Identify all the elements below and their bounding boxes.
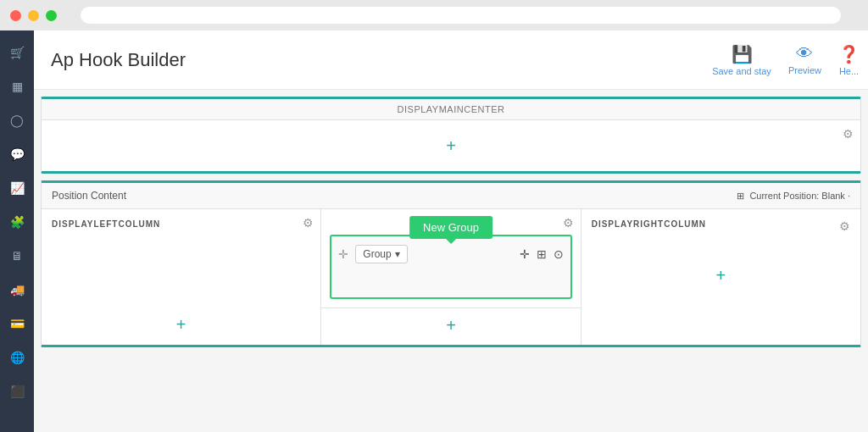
sidebar-icon-cart[interactable]: 🛒 (3, 39, 31, 66)
minimize-button[interactable] (28, 10, 39, 21)
position-columns: DISPLAYLEFTCOLUMN ⚙ + New Group ⚙ (42, 209, 860, 345)
sidebar-icon-stats[interactable]: 📈 (3, 174, 31, 202)
top-section-add-button[interactable]: + (446, 137, 456, 154)
current-position-label: Current Position: Blank · (749, 191, 850, 201)
help-icon: ❓ (838, 44, 860, 64)
sidebar-icon-display[interactable]: 🖥 (3, 242, 31, 269)
left-column-title: DISPLAYLEFTCOLUMN (52, 219, 160, 229)
app-layout: 🛒 ▦ ◯ 💬 📈 🧩 🖥 🚚 💳 🌐 ⬛ Ap Hook Builder 💾 … (0, 30, 868, 432)
sidebar-icon-globe[interactable]: 🌐 (3, 344, 31, 371)
left-column-add-button[interactable]: + (176, 315, 186, 335)
sidebar-icon-card[interactable]: 💳 (3, 310, 31, 337)
url-bar[interactable] (81, 7, 841, 24)
preview-label: Preview (788, 65, 821, 75)
sidebar-icon-box[interactable]: ⬛ (3, 378, 31, 405)
drag-handle-icon[interactable]: ✛ (338, 247, 348, 261)
section-settings-icon[interactable]: ⚙ (843, 127, 854, 141)
group-label: Group (363, 248, 391, 260)
sidebar: 🛒 ▦ ◯ 💬 📈 🧩 🖥 🚚 💳 🌐 ⬛ (0, 30, 34, 432)
position-title: Position Content (52, 190, 126, 202)
middle-column: New Group ⚙ ✛ Group ▾ (321, 209, 581, 345)
sidebar-icon-chart[interactable]: ▦ (3, 73, 31, 100)
sidebar-icon-truck[interactable]: 🚚 (3, 276, 31, 303)
top-display-section: DISPLAYMAINCENTER ⚙ + (41, 97, 861, 174)
help-button[interactable]: ❓ He... (838, 44, 860, 76)
group-grid-icon[interactable]: ⊞ (537, 247, 547, 261)
close-button[interactable] (10, 10, 21, 21)
right-column-add-button[interactable]: + (715, 266, 726, 285)
save-icon: 💾 (732, 44, 753, 64)
group-actions: ✛ ⊞ ⊙ (520, 247, 564, 261)
dropdown-arrow-icon: ▾ (395, 248, 400, 260)
display-section-title: DISPLAYMAINCENTER (42, 99, 860, 120)
current-position: ⊞ Current Position: Blank · (737, 191, 850, 202)
help-label: He... (839, 66, 859, 76)
page-title: Ap Hook Builder (51, 49, 186, 71)
middle-column-add-button[interactable]: + (446, 316, 456, 335)
middle-column-bottom: + (321, 307, 580, 343)
main-content: Ap Hook Builder 💾 Save and stay 👁 Previe… (34, 30, 868, 432)
right-column-settings-icon[interactable]: ⚙ (839, 219, 850, 233)
sidebar-icon-puzzle[interactable]: 🧩 (3, 208, 31, 235)
content-area: DISPLAYMAINCENTER ⚙ + Position Content ⊞… (34, 90, 868, 432)
table-icon: ⊞ (737, 191, 744, 202)
right-column-title: DISPLAYRIGHTCOLUMN (592, 219, 706, 229)
header: Ap Hook Builder 💾 Save and stay 👁 Previe… (34, 30, 868, 90)
middle-column-settings-icon[interactable]: ⚙ (563, 216, 574, 230)
left-column: DISPLAYLEFTCOLUMN ⚙ + (42, 209, 321, 345)
left-column-settings-icon[interactable]: ⚙ (303, 216, 314, 230)
preview-button[interactable]: 👁 Preview (788, 44, 821, 75)
right-column: DISPLAYRIGHTCOLUMN ⚙ + (581, 209, 860, 345)
position-header: Position Content ⊞ Current Position: Bla… (42, 183, 860, 209)
maximize-button[interactable] (46, 10, 57, 21)
display-section-body: ⚙ + (42, 120, 860, 171)
new-group-tooltip: New Group (409, 216, 492, 239)
group-dropdown[interactable]: Group ▾ (355, 245, 407, 263)
sidebar-icon-user[interactable]: ◯ (3, 107, 31, 134)
save-label: Save and stay (712, 66, 771, 76)
group-body (338, 263, 563, 289)
group-settings-icon[interactable]: ⊙ (554, 247, 564, 261)
header-actions: 💾 Save and stay 👁 Preview ❓ He... (712, 30, 868, 89)
sidebar-icon-chat[interactable]: 💬 (3, 141, 31, 168)
save-and-stay-button[interactable]: 💾 Save and stay (712, 44, 771, 76)
titlebar (0, 0, 868, 30)
group-left: ✛ Group ▾ (338, 245, 407, 263)
eye-icon: 👁 (796, 44, 813, 64)
position-section: Position Content ⊞ Current Position: Bla… (41, 180, 861, 347)
group-add-icon[interactable]: ✛ (520, 247, 530, 261)
